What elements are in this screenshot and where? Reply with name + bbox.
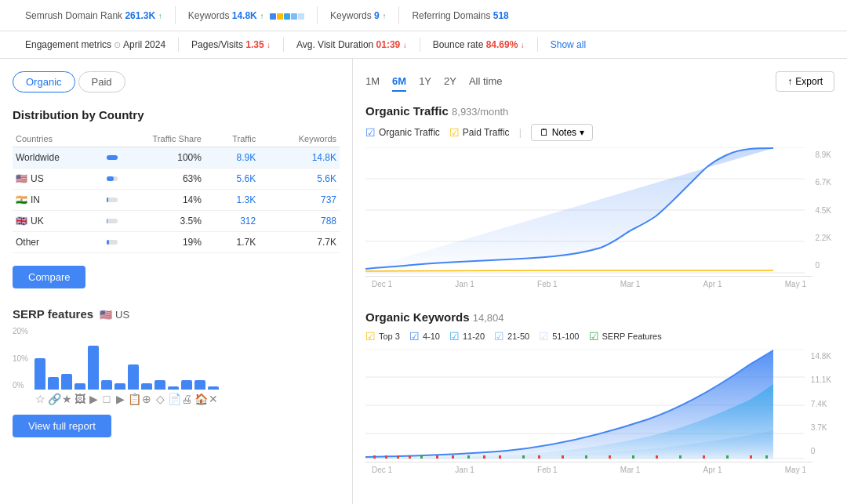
paid-checkbox-icon: ☑: [449, 126, 460, 139]
time-tab-1m[interactable]: 1M: [365, 72, 380, 92]
legend-organic[interactable]: ☑ Organic Traffic: [365, 126, 440, 139]
serp-bar: [61, 374, 72, 390]
col-keywords: Keywords: [259, 131, 340, 147]
time-tab-1y[interactable]: 1Y: [419, 72, 431, 92]
serp-bar: [75, 383, 85, 390]
svg-rect-28: [703, 455, 705, 459]
time-tab-all[interactable]: All time: [469, 72, 503, 92]
row-country: 🇺🇸US: [13, 169, 104, 190]
svg-rect-15: [436, 455, 438, 459]
keywords-y-labels: 14.8K 11.1K 7.4K 3.7K 0: [811, 349, 831, 459]
col-traffic-share: Traffic Share: [104, 131, 204, 147]
legend-serp-features[interactable]: ☑ SERP Features: [589, 330, 662, 343]
svg-rect-31: [765, 455, 768, 459]
visit-duration-arrow: ↓: [403, 41, 407, 49]
serp-icon: □: [101, 393, 112, 405]
tab-organic[interactable]: Organic: [13, 71, 75, 92]
legend-11-20[interactable]: ☑ 11-20: [449, 330, 485, 343]
legend-top3[interactable]: ☑ Top 3: [365, 330, 400, 343]
row-traffic[interactable]: 8.9K: [205, 147, 259, 169]
serp-icon: 🔗: [48, 393, 59, 405]
row-keywords[interactable]: 788: [259, 211, 340, 232]
x-label: Feb 1: [537, 280, 558, 288]
serp-y-0: 0%: [13, 381, 28, 390]
engagement-date-item: Engagement metrics ⊙ April 2024: [13, 38, 179, 52]
time-tab-6m[interactable]: 6M: [392, 72, 406, 92]
y-label: 11.1K: [811, 375, 831, 384]
legend-serp-features-label: SERP Features: [602, 332, 662, 341]
time-tab-2y[interactable]: 2Y: [444, 72, 456, 92]
col-traffic: Traffic: [205, 131, 259, 147]
domain-rank-metric: Semrush Domain Rank 261.3K ↑: [13, 6, 176, 24]
x-label: Dec 1: [372, 280, 392, 288]
y-label: 14.8K: [811, 352, 831, 361]
organic-x-labels: Dec 1 Jan 1 Feb 1 Mar 1 Apr 1 May 1: [365, 277, 812, 292]
serp-icon: 📋: [128, 393, 139, 405]
legend-21-50-label: 21-50: [507, 332, 529, 341]
domain-rank-label: Semrush Domain Rank: [25, 10, 125, 21]
main-content: Organic Paid Distribution by Country Cou…: [0, 59, 847, 504]
distribution-table: Countries Traffic Share Traffic Keywords…: [13, 131, 340, 253]
x-label: Feb 1: [537, 466, 558, 474]
organic-traffic-section: Organic Traffic 8,933/month ☑ Organic Tr…: [365, 104, 834, 292]
legend-21-50[interactable]: ☑ 21-50: [494, 330, 529, 343]
serp-icon: ◇: [154, 393, 165, 405]
engagement-bar: Engagement metrics ⊙ April 2024 Pages/Vi…: [0, 31, 847, 59]
legend-separator: |: [519, 127, 522, 138]
legend-51-100[interactable]: ☑ 51-100: [539, 330, 579, 343]
keywords-value: 14.8K: [232, 10, 257, 21]
serp-y-axis: 20% 10% 0%: [13, 327, 28, 390]
time-tabs-bar: 1M 6M 1Y 2Y All time ↑ Export: [365, 71, 834, 92]
tab-paid[interactable]: Paid: [78, 71, 125, 92]
svg-rect-20: [522, 455, 525, 459]
show-all-link[interactable]: Show all: [551, 39, 586, 50]
y-label: 3.7K: [811, 423, 831, 432]
11-20-checkbox-icon: ☑: [449, 330, 460, 343]
organic-traffic-legend: ☑ Organic Traffic ☑ Paid Traffic | 🗒 Not…: [365, 124, 834, 141]
serp-icon: ☆: [35, 393, 45, 405]
engagement-label: Engagement metrics: [25, 39, 114, 50]
y-label: 6.7K: [815, 178, 831, 187]
visit-duration-item: Avg. Visit Duration 01:39 ↓: [284, 38, 420, 52]
pages-visits-label: Pages/Visits: [191, 39, 245, 50]
referring-domains-label: Referring Domains: [412, 10, 493, 21]
legend-4-10[interactable]: ☑ 4-10: [409, 330, 440, 343]
organic-paid-tabs: Organic Paid: [13, 71, 340, 92]
serp-bar: [35, 358, 45, 390]
row-keywords[interactable]: 737: [259, 190, 340, 211]
row-share: 3.5%: [121, 211, 204, 232]
serp-bar: [208, 386, 219, 390]
serp-bar: [141, 383, 152, 390]
notes-button[interactable]: 🗒 Notes ▾: [531, 124, 593, 141]
export-button[interactable]: ↑ Export: [776, 71, 834, 92]
compare-button[interactable]: Compare: [13, 266, 85, 288]
svg-rect-18: [483, 455, 485, 459]
svg-rect-12: [397, 455, 399, 459]
row-keywords[interactable]: 14.8K: [259, 147, 340, 169]
row-traffic[interactable]: 312: [205, 211, 259, 232]
legend-paid[interactable]: ☑ Paid Traffic: [449, 126, 510, 139]
keywords2-arrow: ↑: [382, 12, 386, 20]
serp-icon: 🖼: [75, 393, 85, 405]
svg-rect-17: [467, 455, 470, 459]
table-row: 🇮🇳IN 14% 1.3K 737: [13, 190, 340, 211]
table-row: Worldwide 100% 8.9K 14.8K: [13, 147, 340, 169]
visit-duration-value: 01:39: [376, 39, 401, 50]
view-full-report-button[interactable]: View full report: [13, 415, 111, 437]
row-keywords[interactable]: 5.6K: [259, 169, 340, 190]
organic-traffic-chart: 8.9K 6.7K 4.5K 2.2K 0: [365, 147, 834, 292]
serp-icon: ✕: [208, 393, 219, 405]
keywords-arrow: ↑: [260, 12, 264, 20]
distribution-title: Distribution by Country: [13, 108, 340, 121]
engagement-date: April 2024: [123, 39, 165, 50]
y-label: 2.2K: [815, 234, 831, 242]
top3-checkbox-icon: ☑: [365, 330, 376, 343]
row-traffic[interactable]: 5.6K: [205, 169, 259, 190]
serp-bar: [154, 380, 165, 390]
svg-rect-30: [750, 455, 752, 459]
paid-line: [365, 270, 773, 271]
row-traffic: 1.7K: [205, 232, 259, 253]
row-traffic[interactable]: 1.3K: [205, 190, 259, 211]
21-50-checkbox-icon: ☑: [494, 330, 504, 343]
x-label: Jan 1: [455, 466, 474, 474]
